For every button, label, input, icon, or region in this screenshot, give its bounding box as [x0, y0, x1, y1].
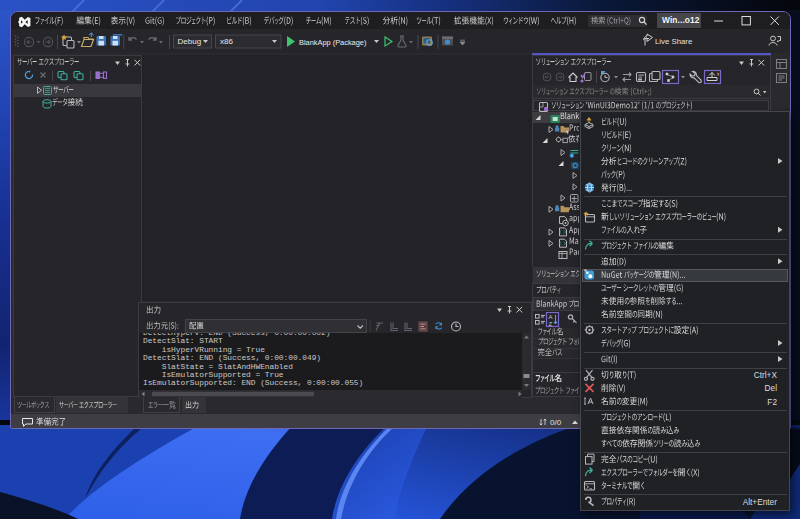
svg-text:0/0: 0/0	[550, 418, 562, 427]
svg-text:BlankApp (Package): BlankApp (Package)	[299, 38, 366, 47]
svg-text:Debug: Debug	[178, 37, 202, 46]
svg-text:A: A	[549, 314, 553, 320]
svg-text:Z: Z	[549, 321, 553, 327]
svg-text:x86: x86	[220, 37, 233, 46]
svg-text:Live Share: Live Share	[655, 37, 692, 46]
